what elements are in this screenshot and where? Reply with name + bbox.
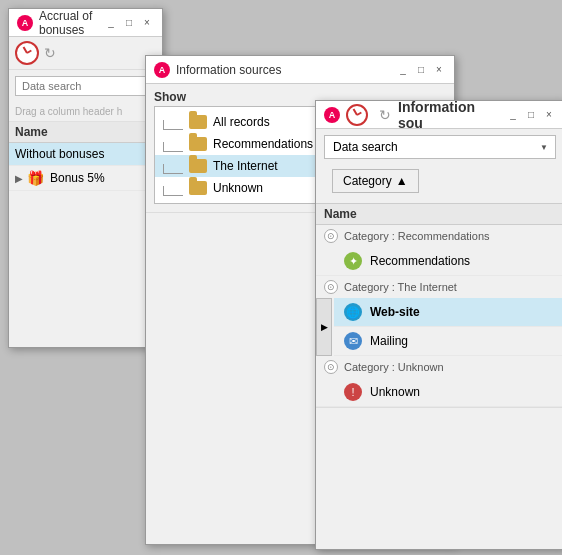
bottom-strip-info2 [316, 407, 562, 427]
row-recommendations[interactable]: ✦ Recommendations [316, 247, 562, 276]
row-website[interactable]: 🌐 Web-site [334, 298, 562, 327]
title-bonuses: Accrual of bonuses [39, 9, 98, 37]
section-label-internet: Category : The Internet [344, 281, 457, 293]
refresh-button-info2[interactable]: ↻ [378, 108, 392, 122]
title-bar-info2: A ↻ Information sou _ □ × [316, 101, 562, 129]
label-website: Web-site [370, 305, 420, 319]
column-header-name-info2: Name [316, 203, 562, 225]
bonus-icon: 🎁 [27, 170, 44, 186]
folder-icon-recommendations [189, 137, 207, 151]
window-controls-info2: _ □ × [506, 108, 556, 122]
window-controls-bonuses: _ □ × [104, 16, 154, 30]
accrual-bonuses-window: A Accrual of bonuses _ □ × ↻ Drag a colu… [8, 8, 163, 348]
maximize-button-bonuses[interactable]: □ [122, 16, 136, 30]
section-label-recommendations: Category : Recommendations [344, 230, 490, 242]
expand-icon-unknown[interactable]: ⊙ [324, 360, 338, 374]
refresh-button[interactable]: ↻ [43, 46, 57, 60]
mailing-icon: ✉ [344, 332, 362, 350]
category-filter-label: Category [343, 174, 392, 188]
category-filter-area: Category ▲ [316, 169, 562, 203]
maximize-button-info2[interactable]: □ [524, 108, 538, 122]
row-without-bonuses[interactable]: Without bonuses [9, 143, 162, 166]
recommendations-icon: ✦ [344, 252, 362, 270]
maximize-button-info[interactable]: □ [414, 63, 428, 77]
expand-arrow-icon[interactable]: ▶ [316, 298, 332, 356]
minimize-button-bonuses[interactable]: _ [104, 16, 118, 30]
search-box-bonuses [15, 76, 156, 96]
clock-icon [15, 41, 39, 65]
section-header-internet: ⊙ Category : The Internet [316, 276, 562, 298]
label-unknown: Unknown [370, 385, 420, 399]
clock-icon-info2 [346, 104, 368, 126]
row-mailing[interactable]: ✉ Mailing [334, 327, 562, 356]
app-icon-bonuses: A [17, 15, 33, 31]
title-bar-bonuses: A Accrual of bonuses _ □ × [9, 9, 162, 37]
website-icon: 🌐 [344, 303, 362, 321]
title-info: Information sources [176, 63, 390, 77]
row-unknown[interactable]: ! Unknown [316, 378, 562, 407]
folder-icon-unknown [189, 181, 207, 195]
expand-icon-internet[interactable]: ⊙ [324, 280, 338, 294]
label-mailing: Mailing [370, 334, 408, 348]
info-sources-detail-window: A ↻ Information sou _ □ × Data search ▼ … [315, 100, 562, 550]
label-recommendations: Recommendations [370, 254, 470, 268]
title-bar-info: A Information sources _ □ × [146, 56, 454, 84]
internet-section-body: ▶ 🌐 Web-site ✉ Mailing [316, 298, 562, 356]
tree-label-all-records: All records [213, 115, 270, 129]
tree-label-internet: The Internet [213, 159, 278, 173]
minimize-button-info[interactable]: _ [396, 63, 410, 77]
folder-icon-internet [189, 159, 207, 173]
unknown-icon: ! [344, 383, 362, 401]
category-filter-up-icon: ▲ [396, 174, 408, 188]
close-button-info[interactable]: × [432, 63, 446, 77]
toolbar-bonuses: ↻ [9, 37, 162, 70]
dropdown-row: Data search ▼ [316, 129, 562, 165]
folder-icon-all-records [189, 115, 207, 129]
row-label-without-bonuses: Without bonuses [15, 147, 104, 161]
close-button-bonuses[interactable]: × [140, 16, 154, 30]
app-icon-info: A [154, 62, 170, 78]
tree-label-unknown: Unknown [213, 181, 263, 195]
title-info2: Information sou [398, 99, 500, 131]
close-button-info2[interactable]: × [542, 108, 556, 122]
app-icon-info2: A [324, 107, 340, 123]
section-header-recommendations: ⊙ Category : Recommendations [316, 225, 562, 247]
section-header-unknown: ⊙ Category : Unknown [316, 356, 562, 378]
category-filter-button[interactable]: Category ▲ [332, 169, 419, 193]
tree-label-recommendations: Recommendations [213, 137, 313, 151]
data-search-dropdown[interactable]: Data search [324, 135, 556, 159]
window-controls-info: _ □ × [396, 63, 446, 77]
dropdown-wrapper: Data search ▼ [324, 135, 556, 159]
row-arrow-bonus-5: ▶ [15, 173, 23, 184]
search-input-bonuses[interactable] [15, 76, 156, 96]
column-header-name-bonuses: Name [9, 122, 162, 143]
row-label-bonus-5: Bonus 5% [50, 171, 105, 185]
drag-hint-bonuses: Drag a column header h [9, 102, 162, 122]
expand-icon-recommendations[interactable]: ⊙ [324, 229, 338, 243]
minimize-button-info2[interactable]: _ [506, 108, 520, 122]
section-label-unknown: Category : Unknown [344, 361, 444, 373]
row-bonus-5[interactable]: ▶ 🎁 Bonus 5% [9, 166, 162, 191]
